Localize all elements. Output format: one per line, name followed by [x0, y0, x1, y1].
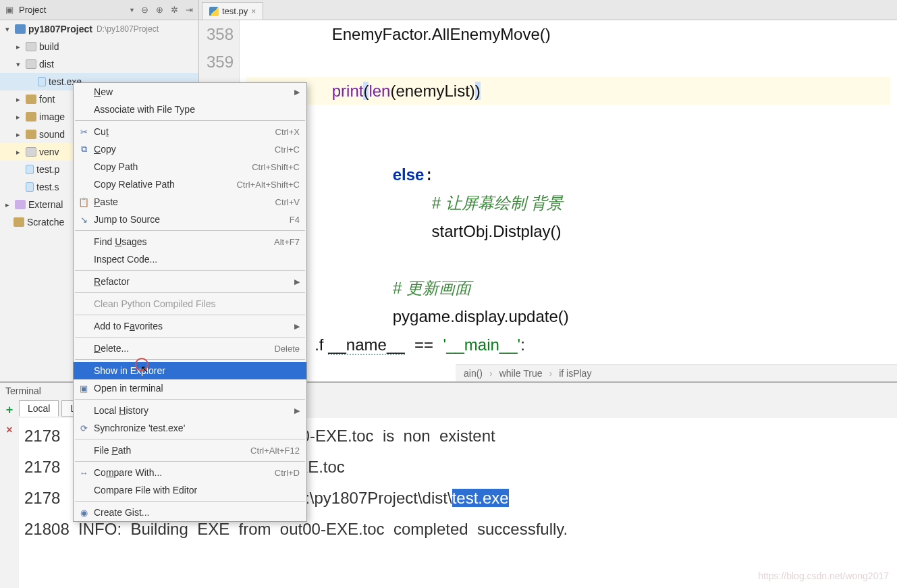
menu-create-gist[interactable]: ◉Create Gist... [74, 504, 306, 521]
close-terminal-icon[interactable]: × [6, 424, 12, 436]
menu-separator [75, 501, 305, 502]
menu-cut[interactable]: ✂CutCtrl+X [74, 123, 306, 140]
menu-separator [75, 315, 305, 315]
project-title: Project [19, 5, 125, 15]
editor-tabbar: test.py × [199, 0, 263, 20]
menu-compare-editor[interactable]: Compare File with Editor [74, 481, 306, 499]
submenu-arrow-icon: ▶ [294, 277, 300, 286]
menu-separator [75, 461, 305, 462]
sync-icon: ⟳ [78, 423, 89, 433]
close-icon[interactable]: × [251, 7, 256, 16]
menu-new[interactable]: New▶ [74, 83, 306, 101]
project-panel-header[interactable]: ▣ Project ▼ ⊖ ⊕ ✲ ⇥ [0, 0, 199, 20]
menu-separator [75, 230, 305, 231]
menu-copy-rel-path[interactable]: Copy Relative PathCtrl+Alt+Shift+C [74, 176, 306, 193]
chevron-right-icon[interactable]: ▸ [3, 201, 12, 209]
chevron-right-icon[interactable]: ▸ [13, 43, 23, 51]
menu-show-explorer[interactable]: Show in Explorer [74, 362, 306, 379]
breadcrumb[interactable]: ain() while True if isPlay [456, 364, 897, 381]
menu-separator [75, 120, 305, 121]
library-icon [15, 200, 26, 209]
folder-icon [26, 147, 36, 157]
menu-open-terminal[interactable]: ▣Open in terminal [74, 379, 306, 397]
compare-icon: ↔ [78, 467, 89, 478]
terminal-icon: ▣ [78, 383, 89, 394]
terminal-selection: test.exe [452, 489, 509, 507]
menu-separator [75, 399, 305, 400]
chevron-right-icon[interactable]: ▸ [13, 113, 23, 122]
tree-root[interactable]: ▾ py1807Project D:\py1807Project [0, 20, 198, 38]
context-menu: New▶ Associate with File Type ✂CutCtrl+X… [73, 82, 307, 522]
folder-icon [26, 112, 36, 122]
menu-separator [75, 439, 305, 439]
menu-favorites[interactable]: Add to Favorites▶ [74, 317, 306, 335]
target-icon[interactable]: ⊕ [154, 5, 165, 16]
menu-delete[interactable]: Delete...Delete [74, 340, 306, 357]
submenu-arrow-icon: ▶ [294, 322, 300, 331]
file-icon [26, 182, 34, 192]
hide-icon[interactable]: ⇥ [184, 5, 194, 16]
folder-icon [26, 59, 36, 69]
project-dropdown-icon[interactable]: ▼ [129, 7, 135, 14]
menu-copy-path[interactable]: Copy PathCtrl+Shift+C [74, 158, 306, 176]
paste-icon: 📋 [78, 196, 89, 207]
tree-dist[interactable]: ▾dist [0, 55, 198, 73]
menu-separator [75, 359, 305, 360]
menu-compare-with[interactable]: ↔Compare With...Ctrl+D [74, 464, 306, 481]
menu-separator [75, 270, 305, 271]
terminal-toolbar: + × [0, 399, 19, 588]
copy-icon: ⧉ [78, 144, 89, 155]
submenu-arrow-icon: ▶ [294, 88, 300, 97]
code-text[interactable]: EnemyFactor.AllEnemyMove() print(len(ene… [240, 20, 897, 364]
menu-file-path[interactable]: File PathCtrl+Alt+F12 [74, 442, 306, 459]
python-file-icon [209, 7, 219, 16]
chevron-right-icon[interactable]: ▸ [13, 95, 23, 104]
menu-synchronize[interactable]: ⟳Synchronize 'test.exe' [74, 419, 306, 437]
chevron-down-icon[interactable]: ▾ [13, 60, 23, 69]
breadcrumb-item[interactable]: if isPlay [549, 368, 592, 379]
menu-copy[interactable]: ⧉CopyCtrl+C [74, 140, 306, 158]
github-icon: ◉ [78, 507, 89, 518]
breadcrumb-item[interactable]: while True [489, 368, 542, 379]
cut-icon: ✂ [78, 126, 89, 137]
menu-associate[interactable]: Associate with File Type [74, 101, 306, 118]
terminal-tab-local[interactable]: Local [19, 400, 59, 417]
submenu-arrow-icon: ▶ [294, 406, 300, 415]
chevron-down-icon[interactable]: ▾ [3, 25, 12, 34]
menu-refactor[interactable]: Refactor▶ [74, 273, 306, 290]
tree-build[interactable]: ▸build [0, 38, 198, 55]
menu-separator [75, 337, 305, 338]
menu-clean: Clean Python Compiled Files [74, 295, 306, 313]
project-icon: ▣ [4, 5, 15, 16]
menu-separator [75, 292, 305, 293]
gear-icon[interactable]: ✲ [169, 5, 180, 16]
file-icon [38, 77, 46, 86]
chevron-right-icon[interactable]: ▸ [13, 148, 23, 157]
folder-icon [13, 217, 24, 227]
tab-label: test.py [222, 6, 248, 16]
menu-jump[interactable]: ↘Jump to SourceF4 [74, 211, 306, 228]
folder-icon [26, 95, 36, 104]
add-terminal-icon[interactable]: + [6, 403, 13, 417]
menu-paste[interactable]: 📋PasteCtrl+V [74, 193, 306, 211]
tab-test-py[interactable]: test.py × [202, 2, 263, 20]
jump-icon: ↘ [78, 214, 89, 225]
menu-find-usages[interactable]: Find UsagesAlt+F7 [74, 233, 306, 250]
top-row: ▣ Project ▼ ⊖ ⊕ ✲ ⇥ test.py × [0, 0, 897, 20]
project-folder-icon [15, 24, 26, 34]
collapse-icon[interactable]: ⊖ [139, 5, 150, 16]
chevron-right-icon[interactable]: ▸ [13, 130, 23, 139]
menu-inspect[interactable]: Inspect Code... [74, 250, 306, 268]
watermark: https://blog.csdn.net/wong2017 [758, 570, 889, 581]
folder-icon [26, 42, 36, 51]
menu-local-history[interactable]: Local History▶ [74, 402, 306, 419]
folder-icon [26, 130, 36, 139]
file-icon [26, 165, 34, 174]
breadcrumb-item[interactable]: ain() [464, 368, 483, 379]
